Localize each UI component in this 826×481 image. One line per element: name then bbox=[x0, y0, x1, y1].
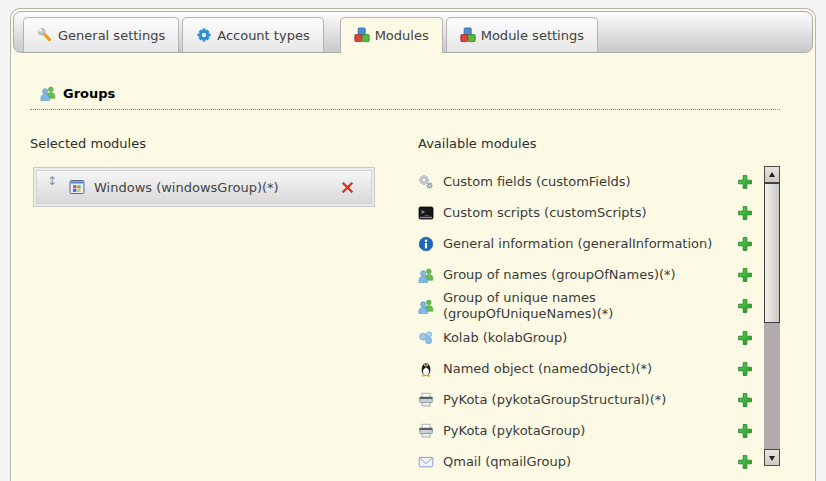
kolab-icon bbox=[418, 330, 434, 346]
modules-content: Groups Selected modules ↕ bbox=[11, 55, 815, 477]
groups-icon bbox=[40, 85, 57, 102]
module-label: Windows (windowsGroup)(*) bbox=[94, 180, 279, 195]
plus-icon bbox=[737, 454, 753, 470]
printer-icon bbox=[418, 423, 434, 439]
plus-icon bbox=[737, 174, 753, 190]
selected-modules-heading: Selected modules bbox=[30, 136, 378, 151]
scroll-up-button[interactable] bbox=[764, 166, 780, 183]
plus-icon bbox=[737, 392, 753, 408]
svg-text:>_: >_ bbox=[421, 208, 429, 216]
available-module-row: Custom fields (customFields) bbox=[418, 166, 753, 197]
module-label: Named object (namedObject)(*) bbox=[443, 361, 652, 377]
red-x-icon bbox=[339, 179, 356, 196]
available-module-row: General information (generalInformation) bbox=[418, 228, 753, 259]
tab-label: General settings bbox=[58, 28, 165, 43]
penguin-icon bbox=[418, 361, 434, 377]
plus-icon bbox=[737, 236, 753, 252]
tab-general-settings[interactable]: General settings bbox=[23, 17, 179, 52]
module-label: Group of names (groupOfNames)(*) bbox=[443, 267, 676, 283]
scrollbar[interactable] bbox=[764, 166, 780, 466]
plus-icon bbox=[737, 267, 753, 283]
add-module-button[interactable] bbox=[737, 361, 753, 377]
available-module-row: PyKota (pykotaGroupStructural)(*) bbox=[418, 384, 753, 415]
add-module-button[interactable] bbox=[737, 454, 753, 470]
selected-module-row: ↕ Windows (windowsGroup)(*) bbox=[36, 170, 372, 204]
settings-panel: General settings Account types bbox=[10, 8, 816, 481]
windows-icon bbox=[69, 179, 85, 195]
plus-icon bbox=[737, 423, 753, 439]
scrollbar-thumb[interactable] bbox=[764, 183, 780, 323]
module-label: Qmail (qmailGroup) bbox=[443, 454, 571, 470]
tab-label: Account types bbox=[217, 28, 309, 43]
available-module-row: Qmail (qmailGroup) bbox=[418, 446, 753, 477]
available-module-row: Named object (namedObject)(*) bbox=[418, 353, 753, 384]
tab-account-types[interactable]: Account types bbox=[182, 17, 323, 52]
gears-icon bbox=[418, 174, 434, 190]
section-header-groups: Groups bbox=[30, 85, 780, 110]
envelope-icon bbox=[418, 454, 434, 470]
drag-handle-icon[interactable]: ↕ bbox=[47, 171, 57, 188]
module-label: General information (generalInformation) bbox=[443, 236, 712, 252]
tab-label: Module settings bbox=[481, 28, 584, 43]
available-modules-heading: Available modules bbox=[418, 136, 780, 151]
section-title: Groups bbox=[63, 86, 115, 101]
available-module-row: Kolab (kolabGroup) bbox=[418, 322, 753, 353]
remove-module-button[interactable] bbox=[339, 179, 356, 196]
module-label: Group of unique names (groupOfUniqueName… bbox=[443, 290, 719, 322]
available-module-row: >_ Custom scripts (customScripts) bbox=[418, 197, 753, 228]
available-modules-list: Custom fields (customFields) >_ bbox=[418, 166, 780, 477]
plus-icon bbox=[737, 205, 753, 221]
modules-cubes-icon bbox=[460, 27, 476, 43]
group-icon bbox=[418, 267, 434, 283]
plus-icon bbox=[737, 298, 753, 314]
tab-modules[interactable]: Modules bbox=[340, 17, 443, 53]
arrow-up-icon bbox=[769, 172, 775, 177]
add-module-button[interactable] bbox=[737, 236, 753, 252]
add-module-button[interactable] bbox=[737, 298, 753, 314]
add-module-button[interactable] bbox=[737, 423, 753, 439]
info-icon bbox=[418, 236, 434, 252]
group-icon bbox=[418, 298, 434, 314]
add-module-button[interactable] bbox=[737, 205, 753, 221]
tab-label: Modules bbox=[375, 28, 429, 43]
add-module-button[interactable] bbox=[737, 392, 753, 408]
printer-icon bbox=[418, 392, 434, 408]
selected-modules-box: ↕ Windows (windowsGroup)(*) bbox=[33, 167, 375, 207]
plus-icon bbox=[737, 330, 753, 346]
module-label: Custom fields (customFields) bbox=[443, 174, 631, 190]
module-label: Custom scripts (customScripts) bbox=[443, 205, 647, 221]
add-module-button[interactable] bbox=[737, 330, 753, 346]
tab-module-settings[interactable]: Module settings bbox=[446, 17, 598, 52]
available-module-row: Group of names (groupOfNames)(*) bbox=[418, 259, 753, 290]
available-module-row: Group of unique names (groupOfUniqueName… bbox=[418, 290, 753, 322]
add-module-button[interactable] bbox=[737, 267, 753, 283]
wrench-icon bbox=[37, 27, 53, 43]
modules-cubes-icon bbox=[354, 27, 370, 43]
available-module-row: PyKota (pykotaGroup) bbox=[418, 415, 753, 446]
arrow-down-icon bbox=[769, 456, 775, 461]
module-label: Kolab (kolabGroup) bbox=[443, 330, 567, 346]
gear-icon bbox=[196, 27, 212, 43]
module-label: PyKota (pykotaGroupStructural)(*) bbox=[443, 392, 666, 408]
add-module-button[interactable] bbox=[737, 174, 753, 190]
scroll-down-button[interactable] bbox=[764, 449, 780, 466]
terminal-icon: >_ bbox=[418, 205, 434, 221]
plus-icon bbox=[737, 361, 753, 377]
tab-bar: General settings Account types bbox=[13, 11, 813, 53]
module-label: PyKota (pykotaGroup) bbox=[443, 423, 585, 439]
